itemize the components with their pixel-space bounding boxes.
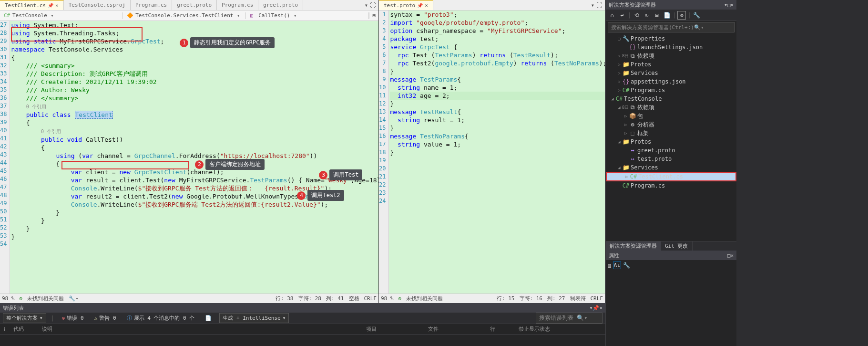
- home-icon[interactable]: ⌂: [608, 11, 616, 20]
- build-combo[interactable]: 生成 + IntelliSense ▾: [219, 313, 289, 323]
- scope-combo[interactable]: 整个解决方案 ▾: [3, 313, 46, 323]
- error-list-title: 错误列表: [3, 304, 24, 312]
- close-icon[interactable]: ×: [55, 2, 59, 9]
- tree-item--[interactable]: ▷⬚框架: [606, 129, 736, 137]
- dropdown-icon[interactable]: ▾: [365, 2, 368, 9]
- tree-item-protos[interactable]: ◢📁Protos: [606, 137, 736, 146]
- show-all-icon[interactable]: 📄: [663, 11, 671, 20]
- tree-item-protos[interactable]: ▷📁Protos: [606, 60, 736, 69]
- error-col-0[interactable]: 代码: [10, 325, 38, 333]
- sync-icon[interactable]: ⟲: [633, 11, 641, 20]
- pin-icon[interactable]: 📌: [48, 3, 53, 8]
- maximize-icon[interactable]: ⛶: [370, 2, 376, 9]
- tree-item-properties[interactable]: ▢🔧Properties: [606, 34, 736, 43]
- error-col-4[interactable]: 行: [486, 325, 515, 333]
- dropdown-icon[interactable]: ▾: [590, 305, 593, 311]
- status-ok-icon: ⊘: [398, 295, 402, 302]
- close-icon[interactable]: ×: [599, 305, 602, 311]
- tab-test-proto[interactable]: test.proto 📌 ×: [379, 0, 433, 10]
- maximize-icon[interactable]: ⛶: [596, 2, 602, 9]
- maximize-icon[interactable]: □: [727, 252, 731, 259]
- wrench-icon[interactable]: 🔧▾: [69, 295, 79, 302]
- back-icon[interactable]: ↩: [618, 11, 626, 20]
- errors-filter[interactable]: ⊗错误 0: [59, 314, 87, 323]
- error-list-panel: 错误列表▾ 📌 × 整个解决方案 ▾ | ⊗错误 0 ⚠警告 0 ⓘ展示 4 个…: [0, 303, 605, 346]
- solution-search-input[interactable]: 搜索解决方案资源管理器(Ctrl+;)🔍▾: [608, 22, 735, 32]
- tab-program-cs[interactable]: Program.cs: [217, 0, 258, 10]
- tree-item-program-cs[interactable]: C#Program.cs: [606, 181, 736, 190]
- breadcrumb-member[interactable]: ◧CallTest()▾: [246, 12, 369, 19]
- tree-item--[interactable]: ▷📦包: [606, 112, 736, 120]
- collapse-icon[interactable]: ⊟: [653, 11, 661, 20]
- tab-bar-right: test.proto 📌 ×▾ ⛶: [379, 0, 605, 10]
- info-filter[interactable]: ⓘ展示 4 个消息中的 0 个: [124, 314, 198, 323]
- code-editor-right[interactable]: 1 2 3 4 5 6 7 8 9 10 11 12 13 14 15 16 1…: [379, 10, 605, 294]
- solution-tree[interactable]: ▢🔧Properties{}launchSettings.json▷8日⧉依赖项…: [606, 33, 736, 241]
- dropdown-icon[interactable]: ▾: [724, 2, 727, 8]
- tab-greet-proto[interactable]: greet.proto: [258, 0, 303, 10]
- close-icon[interactable]: ×: [730, 2, 734, 8]
- tree-item--[interactable]: ▷⚙分析器: [606, 120, 736, 129]
- properties-icon[interactable]: ⚙: [677, 11, 686, 20]
- tab-testclient-cs[interactable]: TestClient.cs 📌 ×: [0, 0, 64, 10]
- error-col-5[interactable]: 禁止显示状态: [515, 325, 572, 333]
- issues-text: 未找到相关问题: [27, 295, 64, 302]
- error-col-2[interactable]: 项目: [362, 325, 424, 333]
- build-filter[interactable]: 📄: [202, 314, 214, 322]
- tree-item-testconsole[interactable]: ◢C#TestConsole: [606, 94, 736, 103]
- tree-item-testclient-cs[interactable]: ▷C#TestClient.cs: [606, 172, 736, 181]
- tab-program-cs[interactable]: Program.cs: [131, 0, 172, 10]
- solution-toolbar: ⌂ ↩ | ⟲ ↻ ⊟ 📄 | ⚙ | 🔧: [606, 10, 736, 21]
- wrench-icon[interactable]: 🔧: [623, 262, 630, 269]
- tree-item--[interactable]: ◢8日⧉依赖项: [606, 103, 736, 112]
- status-bar-right: 98 % ⊘ 未找到相关问题 行: 15 字符: 16 列: 27 制表符 CR…: [379, 294, 605, 303]
- search-error-input[interactable]: 搜索错误列表 🔍▾: [536, 313, 602, 324]
- categorize-icon[interactable]: ▤: [608, 262, 611, 269]
- code-editor-left[interactable]: 27 28 29 30 31 32 33 34 35 36 37 38 39 4…: [0, 21, 378, 294]
- zoom-level[interactable]: 98 %: [2, 295, 15, 302]
- tree-item-services[interactable]: ◢📁Services: [606, 163, 736, 172]
- tree-item-greet-proto[interactable]: ↔greet.proto: [606, 146, 736, 155]
- close-icon[interactable]: ×: [730, 252, 734, 259]
- panel-tab-1[interactable]: Git 更改: [661, 241, 693, 251]
- breadcrumb-project[interactable]: C#TestConsole▾: [0, 12, 123, 19]
- tab-greet-proto[interactable]: greet.proto: [172, 0, 217, 10]
- breadcrumb-type[interactable]: 🔶TestConsole.Services.TestClient▾: [123, 12, 246, 19]
- warnings-filter[interactable]: ⚠警告 0: [92, 314, 119, 323]
- solution-explorer-title: 解决方案资源管理器: [609, 1, 656, 9]
- tab-testconsole-csproj[interactable]: TestConsole.csproj: [64, 0, 131, 10]
- refresh-icon[interactable]: ↻: [643, 11, 651, 20]
- dropdown-icon[interactable]: ▾: [591, 2, 594, 9]
- pin-icon[interactable]: 📌: [417, 3, 423, 8]
- tab-bar-left: TestClient.cs 📌 ×TestConsole.csprojProgr…: [0, 0, 378, 10]
- breadcrumb-left: C#TestConsole▾ 🔶TestConsole.Services.Tes…: [0, 10, 378, 21]
- split-editor-icon[interactable]: ⊞: [369, 12, 378, 19]
- preview-icon[interactable]: 🔧: [693, 11, 701, 20]
- error-col-3[interactable]: 文件: [424, 325, 486, 333]
- tree-item-appsettings-json[interactable]: ▷{}appsettings.json: [606, 77, 736, 86]
- error-col-1[interactable]: 说明: [38, 325, 362, 333]
- close-icon[interactable]: ×: [425, 2, 428, 9]
- tree-item--[interactable]: ▷8日⧉依赖项: [606, 52, 736, 60]
- panel-tab-0[interactable]: 解决方案资源管理器: [606, 241, 661, 251]
- properties-title: 属性: [609, 252, 619, 259]
- status-bar-left: 98 % ⊘ 未找到相关问题 🔧▾ 行: 38 字符: 28 列: 41 空格 …: [0, 294, 378, 303]
- maximize-icon[interactable]: □: [727, 2, 731, 8]
- tree-item-program-cs[interactable]: ▷C#Program.cs: [606, 86, 736, 94]
- tree-item-services[interactable]: ▷📁Services: [606, 69, 736, 77]
- pin-icon[interactable]: 📌: [592, 305, 599, 311]
- sort-icon[interactable]: A↓: [613, 262, 621, 269]
- tree-item-launchsettings-json[interactable]: {}launchSettings.json: [606, 43, 736, 52]
- tree-item-test-proto[interactable]: ↔test.proto: [606, 155, 736, 163]
- status-ok-icon: ⊘: [20, 295, 23, 302]
